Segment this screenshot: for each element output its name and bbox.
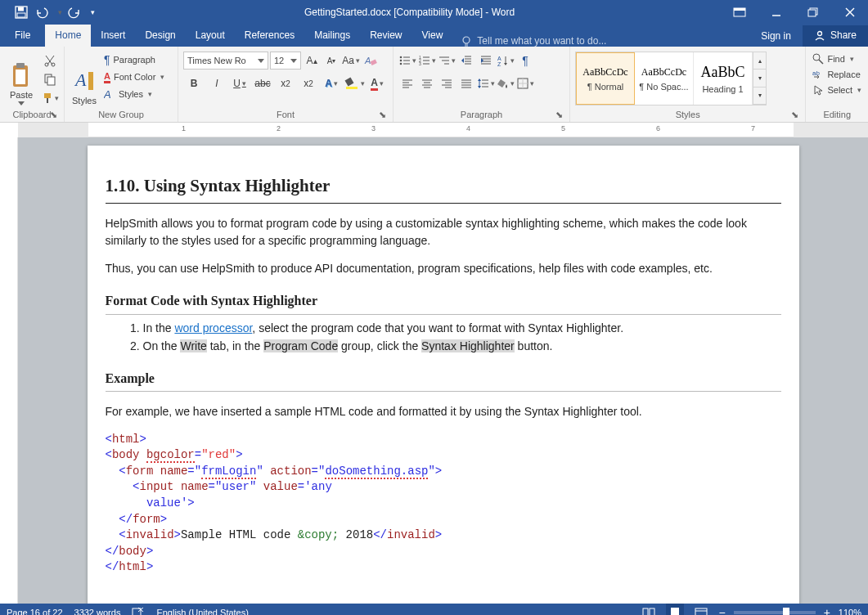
tell-me-search[interactable]: Tell me what you want to do...: [452, 35, 606, 47]
zoom-slider[interactable]: [734, 611, 816, 614]
tab-references[interactable]: References: [235, 25, 304, 47]
gallery-scroll[interactable]: ▴▾▾: [753, 52, 766, 105]
status-page[interactable]: Page 16 of 22: [7, 608, 63, 615]
redo-icon[interactable]: [65, 2, 85, 22]
styles-launcher[interactable]: ⬊: [789, 109, 800, 120]
save-icon[interactable]: [11, 2, 31, 22]
font-name-select[interactable]: Times New Ro: [183, 52, 268, 70]
signin-button[interactable]: Sign in: [749, 25, 803, 47]
svg-text:A: A: [364, 56, 371, 65]
style-nospacing[interactable]: AaBbCcDc ¶ No Spac...: [635, 52, 694, 105]
heading-1: 1.10. Using Syntax Highlighter: [106, 173, 781, 204]
minimize-button[interactable]: [758, 0, 794, 24]
svg-rect-31: [346, 87, 358, 89]
ribbon-options-icon[interactable]: [721, 0, 758, 24]
tab-mailings[interactable]: Mailings: [304, 25, 360, 47]
strikethrough-button[interactable]: abc: [252, 74, 273, 92]
undo-icon[interactable]: [33, 2, 52, 22]
line-spacing-button[interactable]: [477, 74, 495, 92]
zoom-level[interactable]: 110%: [839, 608, 861, 615]
tab-layout[interactable]: Layout: [186, 25, 235, 47]
multilevel-button[interactable]: [438, 52, 456, 70]
clear-formatting-button[interactable]: A: [362, 52, 380, 70]
grow-font-button[interactable]: A▴: [303, 52, 321, 70]
bullets-button[interactable]: [398, 52, 416, 70]
font-launcher[interactable]: ⬊: [376, 109, 388, 120]
restore-button[interactable]: [794, 0, 831, 24]
text-effects-button[interactable]: A: [321, 74, 342, 92]
align-left-button[interactable]: [398, 74, 416, 92]
qat-customize-icon[interactable]: ▾: [87, 2, 98, 22]
svg-line-82: [819, 60, 823, 64]
replace-button[interactable]: abReplace: [811, 67, 861, 82]
tab-home[interactable]: Home: [45, 25, 91, 47]
paste-button[interactable]: Paste: [5, 52, 38, 105]
font-color-button-ribbon[interactable]: A: [367, 74, 388, 92]
show-marks-button[interactable]: ¶: [516, 52, 534, 70]
highlight-button[interactable]: [344, 74, 365, 92]
tab-view[interactable]: View: [412, 25, 453, 47]
find-button[interactable]: Find: [811, 52, 855, 66]
close-button[interactable]: [831, 0, 868, 24]
shrink-font-button[interactable]: A▾: [322, 52, 340, 70]
share-button[interactable]: Share: [803, 25, 868, 47]
search-icon: [812, 53, 824, 65]
highlighter-icon: [344, 77, 359, 90]
zoom-in-button[interactable]: +: [824, 606, 830, 615]
zoom-thumb[interactable]: [783, 608, 789, 615]
group-editing: Find abReplace Select Editing: [806, 47, 868, 122]
scissors-icon: [43, 54, 56, 67]
underline-button[interactable]: U: [229, 74, 250, 92]
shading-button[interactable]: [497, 74, 515, 92]
tab-file[interactable]: File: [0, 25, 45, 47]
paragraph: HelpSmith allows you to format program c…: [106, 215, 781, 249]
font-size-select[interactable]: 12: [270, 52, 301, 70]
superscript-button[interactable]: x2: [298, 74, 319, 92]
paste-dropdown-icon: [18, 101, 25, 105]
styles-gallery[interactable]: AaBbCcDc ¶ Normal AaBbCcDc ¶ No Spac... …: [575, 52, 767, 105]
font-color-button[interactable]: AFont Color: [102, 69, 173, 85]
status-proofing[interactable]: [132, 607, 145, 615]
justify-button[interactable]: [457, 74, 475, 92]
clipboard-launcher[interactable]: ⬊: [47, 109, 59, 120]
vertical-ruler[interactable]: [0, 137, 18, 604]
align-center-button[interactable]: [418, 74, 436, 92]
tab-design[interactable]: Design: [135, 25, 185, 47]
align-right-button[interactable]: [438, 74, 456, 92]
document-scroll[interactable]: 1.10. Using Syntax Highlighter HelpSmith…: [18, 137, 868, 604]
page[interactable]: 1.10. Using Syntax Highlighter HelpSmith…: [88, 146, 799, 604]
decrease-indent-button[interactable]: [457, 52, 475, 70]
italic-button[interactable]: I: [206, 74, 227, 92]
subscript-button[interactable]: x2: [275, 74, 296, 92]
status-language[interactable]: English (United States): [156, 608, 249, 615]
zoom-out-button[interactable]: −: [718, 606, 725, 615]
style-heading1[interactable]: AaBbC Heading 1: [694, 52, 753, 105]
read-mode-button[interactable]: [640, 604, 658, 615]
tab-insert[interactable]: Insert: [91, 25, 135, 47]
cut-button[interactable]: [41, 52, 59, 70]
paragraph-launcher[interactable]: ⬊: [553, 109, 564, 120]
style-normal[interactable]: AaBbCcDc ¶ Normal: [576, 52, 635, 105]
svg-text:A: A: [74, 70, 87, 90]
increase-indent-button[interactable]: [477, 52, 495, 70]
tab-review[interactable]: Review: [360, 25, 412, 47]
numbering-button[interactable]: 123: [418, 52, 436, 70]
group-paragraph: 123 AZ ¶ Paragraph⬊: [394, 47, 570, 122]
bold-button[interactable]: B: [183, 74, 205, 92]
select-button[interactable]: Select: [811, 83, 863, 97]
borders-button[interactable]: [516, 74, 534, 92]
status-words[interactable]: 3332 words: [74, 608, 121, 615]
styles-pane-button[interactable]: A Styles: [70, 52, 99, 105]
change-case-button[interactable]: Aa: [342, 52, 360, 70]
copy-button[interactable]: [41, 70, 59, 88]
web-layout-button[interactable]: [692, 604, 710, 615]
sort-button[interactable]: AZ: [497, 52, 515, 70]
undo-dropdown[interactable]: [54, 2, 64, 22]
paragraph-mark-button[interactable]: ¶Paragraph: [102, 52, 173, 68]
format-painter-button[interactable]: [41, 89, 59, 107]
print-layout-button[interactable]: [666, 604, 684, 615]
styles-dropdown-button[interactable]: AStyles: [102, 86, 173, 102]
horizontal-ruler[interactable]: 1 2 3 4 5 6 7: [18, 123, 868, 137]
svg-rect-22: [47, 77, 55, 85]
link-word-processor[interactable]: word processor: [174, 321, 252, 334]
